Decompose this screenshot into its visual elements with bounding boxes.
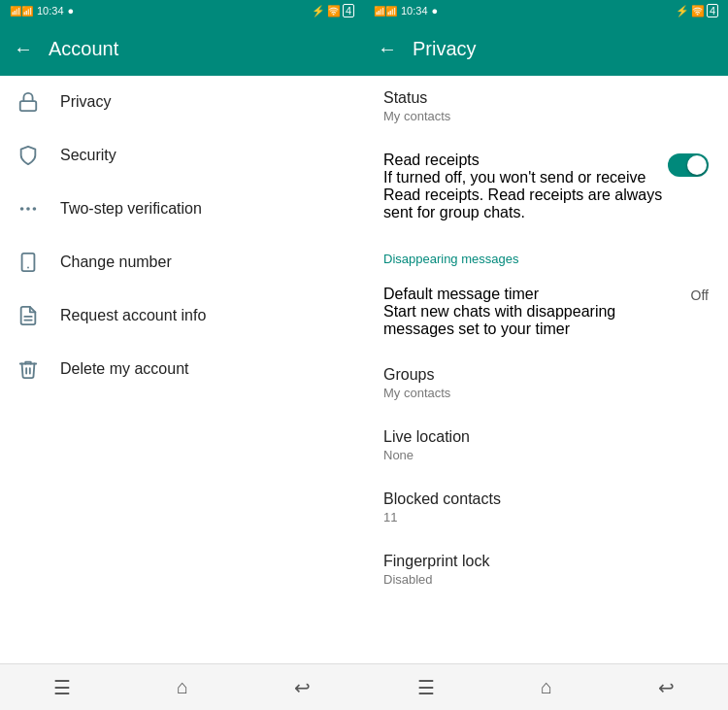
file-icon xyxy=(16,303,41,328)
status-value: My contacts xyxy=(383,109,709,123)
bluetooth-icon: ⚡ xyxy=(312,5,325,17)
privacy-item-groups[interactable]: Groups My contacts xyxy=(364,353,728,415)
menu-item-security[interactable]: Security xyxy=(0,129,364,183)
bluetooth-icon-p: ⚡ xyxy=(676,5,689,17)
phone-icon xyxy=(16,250,41,275)
security-label: Security xyxy=(60,147,116,164)
account-header: ← Account xyxy=(0,21,364,76)
read-receipts-desc: If turned off, you won't send or receive… xyxy=(383,169,668,221)
status-bar-privacy: 📶📶 10:34 ● ⚡ 🛜 4 xyxy=(364,0,728,21)
menu-nav-icon[interactable]: ☰ xyxy=(53,676,71,699)
request-info-label: Request account info xyxy=(60,307,206,324)
account-title: Account xyxy=(49,38,118,60)
home-nav-icon[interactable]: ⌂ xyxy=(177,676,188,698)
menu-item-privacy[interactable]: Privacy xyxy=(0,76,364,129)
delete-account-label: Delete my account xyxy=(60,360,189,378)
groups-title: Groups xyxy=(383,366,709,384)
bottom-nav-privacy: ☰ ⌂ ↩ xyxy=(364,663,728,710)
back-nav-icon[interactable]: ↩ xyxy=(294,676,311,699)
time-privacy: 10:34 xyxy=(401,5,428,17)
privacy-item-fingerprint[interactable]: Fingerprint lock Disabled xyxy=(364,539,728,601)
bottom-nav-account: ☰ ⌂ ↩ xyxy=(0,663,364,710)
account-screen: 📶📶 10:34 ● ⚡ 🛜 4 ← Account Privacy xyxy=(0,0,364,710)
dot-icon-p: ● xyxy=(432,5,439,17)
live-location-value: None xyxy=(383,448,709,462)
privacy-item-default-timer[interactable]: Default message timer Start new chats wi… xyxy=(364,272,728,353)
privacy-item-blocked[interactable]: Blocked contacts 11 xyxy=(364,477,728,539)
privacy-screen: 📶📶 10:34 ● ⚡ 🛜 4 ← Privacy Status My con… xyxy=(364,0,728,710)
battery-icon-p: 4 xyxy=(707,4,718,17)
shield-icon xyxy=(16,143,41,168)
read-receipts-toggle[interactable] xyxy=(668,153,709,177)
home-nav-icon-p[interactable]: ⌂ xyxy=(541,676,552,698)
back-nav-icon-p[interactable]: ↩ xyxy=(658,676,675,699)
signal-icons: 📶📶 xyxy=(10,6,33,17)
dot-icon: ● xyxy=(68,5,75,17)
battery-icon: 4 xyxy=(343,4,354,17)
svg-point-2 xyxy=(26,207,30,211)
status-bar-account: 📶📶 10:34 ● ⚡ 🛜 4 xyxy=(0,0,364,21)
privacy-label: Privacy xyxy=(60,93,111,111)
read-receipts-title: Read receipts xyxy=(383,152,668,169)
menu-nav-icon-p[interactable]: ☰ xyxy=(417,676,435,699)
privacy-item-read-receipts[interactable]: Read receipts If turned off, you won't s… xyxy=(364,138,728,236)
wifi-icon: 🛜 xyxy=(327,5,341,17)
status-right-icons: ⚡ 🛜 4 xyxy=(312,4,354,17)
signal-icons-p: 📶📶 xyxy=(374,6,397,17)
time-account: 10:34 xyxy=(37,5,64,17)
menu-item-two-step[interactable]: Two-step verification xyxy=(0,183,364,236)
dots-icon xyxy=(16,196,41,221)
privacy-title: Privacy xyxy=(413,38,477,60)
privacy-item-status[interactable]: Status My contacts xyxy=(364,76,728,138)
status-right-icons-p: ⚡ 🛜 4 xyxy=(676,4,718,17)
privacy-item-live-location[interactable]: Live location None xyxy=(364,415,728,477)
blocked-value: 11 xyxy=(383,510,709,524)
fingerprint-title: Fingerprint lock xyxy=(383,553,709,570)
groups-value: My contacts xyxy=(383,386,709,400)
trash-icon xyxy=(16,356,41,382)
blocked-title: Blocked contacts xyxy=(383,490,709,508)
live-location-title: Live location xyxy=(383,428,709,446)
change-number-label: Change number xyxy=(60,254,172,271)
svg-point-3 xyxy=(33,207,37,211)
svg-rect-0 xyxy=(20,101,37,111)
timer-title: Default message timer xyxy=(383,286,691,303)
back-button[interactable]: ← xyxy=(14,38,33,60)
account-menu-list: Privacy Security Two-step verification xyxy=(0,76,364,663)
back-button-privacy[interactable]: ← xyxy=(378,38,397,60)
privacy-header: ← Privacy xyxy=(364,21,728,76)
menu-item-change-number[interactable]: Change number xyxy=(0,236,364,289)
timer-desc: Start new chats with disappearing messag… xyxy=(383,303,691,338)
timer-left: Default message timer Start new chats wi… xyxy=(383,286,691,338)
two-step-label: Two-step verification xyxy=(60,200,202,218)
privacy-content: Status My contacts Read receipts If turn… xyxy=(364,76,728,663)
svg-point-1 xyxy=(20,207,24,211)
timer-value: Off xyxy=(691,287,709,303)
read-receipts-left: Read receipts If turned off, you won't s… xyxy=(383,152,668,221)
status-title: Status xyxy=(383,89,709,107)
disappearing-section-label: Disappearing messages xyxy=(364,236,728,272)
menu-item-request-info[interactable]: Request account info xyxy=(0,289,364,343)
fingerprint-value: Disabled xyxy=(383,572,709,587)
lock-icon xyxy=(16,89,41,115)
menu-item-delete-account[interactable]: Delete my account xyxy=(0,343,364,396)
wifi-icon-p: 🛜 xyxy=(691,5,705,17)
